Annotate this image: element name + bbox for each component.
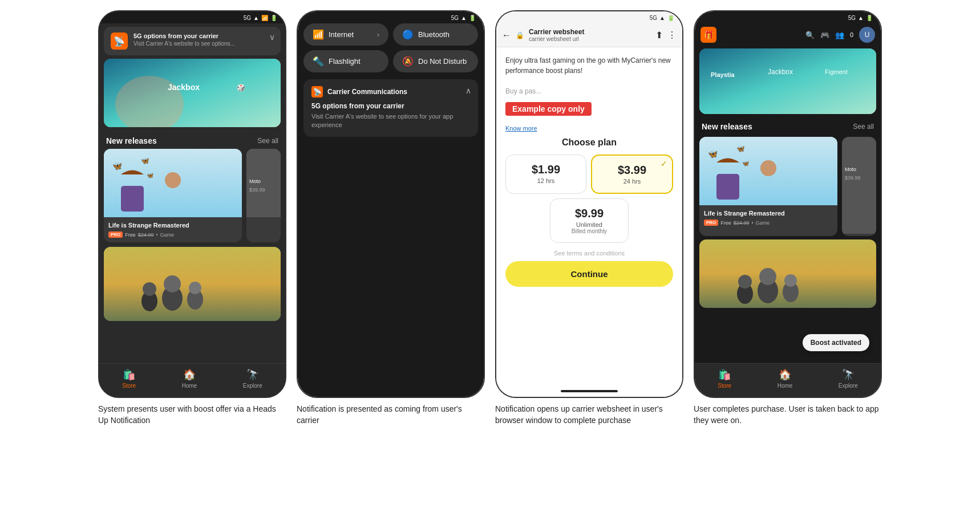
explore-icon-1: 🔭 — [246, 368, 259, 381]
caption-2: Notification is presented as coming from… — [297, 404, 485, 426]
gift-icon-4[interactable]: 🎁 — [700, 27, 716, 43]
game-title-lis-1: Life is Strange Remastered — [108, 222, 237, 229]
nav-home-1[interactable]: 🏠 Home — [182, 368, 197, 389]
game-meta-lis-4: PRO Free $24.99 • Game — [704, 220, 833, 226]
plan-row-top: $1.99 12 hrs ✓ $3.99 24 hrs — [505, 155, 673, 194]
game-card-lis-1[interactable]: 🦋 🦋 🦋 Life is Strange Remastered PRO Fre… — [104, 149, 242, 242]
home-icon-1: 🏠 — [183, 368, 196, 381]
pro-badge-lis-1: PRO — [108, 231, 123, 238]
promo-text: Enjoy ultra fast gaming on the go with M… — [505, 56, 671, 75]
status-bar-1: 5G ▲ 📶 🔋 — [99, 11, 285, 23]
heads-up-notification[interactable]: 📡 5G options from your carrier Visit Car… — [104, 27, 281, 55]
games-row-1: 🦋 🦋 🦋 Life is Strange Remastered PRO Fre… — [99, 149, 285, 242]
tile-bluetooth[interactable]: 🔵 Bluetooth — [393, 23, 478, 46]
continue-button[interactable]: Continue — [505, 261, 673, 287]
carrier-name: Carrier Communications — [327, 88, 407, 96]
carrier-chevron: ∧ — [465, 86, 471, 95]
avatar-4[interactable]: U — [859, 27, 875, 43]
browser-back-btn[interactable]: ← — [502, 30, 511, 40]
free-tag-lis-1: Free — [125, 232, 136, 238]
page-url: carrier websheet url — [529, 36, 651, 42]
plan-card-1-99[interactable]: $1.99 12 hrs — [505, 155, 586, 194]
phone4-content: 5G ▲ 🔋 🎁 🔍 🎮 👥 0 U — [695, 11, 881, 397]
svg-text:🦋: 🦋 — [742, 160, 750, 167]
phone3-content: 5G ▲ 🔋 ← 🔒 Carrier websheet carrier webs… — [496, 11, 682, 397]
main-container: 5G ▲ 📶 🔋 📡 5G options from your carrier … — [0, 0, 980, 398]
caption-4: User completes purchase. User is taken b… — [694, 404, 882, 426]
tile-internet[interactable]: 📶 Internet › — [303, 23, 388, 46]
terms-link[interactable]: See terms and conditions — [505, 250, 673, 257]
nav-home-4[interactable]: 🏠 Home — [777, 368, 793, 389]
friends-icon-4[interactable]: 👥 — [835, 31, 844, 39]
svg-rect-30 — [842, 137, 876, 234]
battery-icon-3: 🔋 — [667, 15, 674, 21]
search-icon-4[interactable]: 🔍 — [805, 31, 815, 39]
know-more-link[interactable]: Know more — [505, 125, 673, 132]
plan-card-9-99[interactable]: $9.99 Unlimited Billed monthly — [550, 198, 629, 243]
see-all-1[interactable]: See all — [257, 137, 278, 145]
svg-text:🎲: 🎲 — [237, 83, 245, 92]
price-tag-lis-4: $24.99 — [734, 220, 750, 226]
wifi-tile-icon: 📶 — [313, 29, 324, 40]
tile-dnd[interactable]: 🔕 Do Not Disturb — [393, 50, 478, 72]
game-info-lis-1: Life is Strange Remastered PRO Free $24.… — [104, 217, 242, 242]
svg-text:Jackbox: Jackbox — [168, 83, 200, 92]
phone-2: 5G ▲ 🔋 📶 Internet › 🔵 Bluetooth — [297, 10, 485, 398]
signal-5g-2: 5G — [451, 15, 459, 21]
more-icon[interactable]: ⋮ — [667, 30, 677, 40]
quick-tile-row-2: 🔦 Flashlight 🔕 Do Not Disturb — [298, 50, 484, 72]
game-img-lis-1: 🦋 🦋 🦋 — [104, 149, 242, 217]
game-info-lis-4: Life is Strange Remastered PRO Free $24.… — [699, 205, 837, 230]
topbar-left-4: 🎁 — [700, 27, 716, 43]
svg-text:Jackbox: Jackbox — [768, 68, 793, 76]
carrier-notification[interactable]: 📡 Carrier Communications ∧ 5G options fr… — [303, 79, 478, 137]
lock-icon: 🔒 — [516, 31, 524, 39]
game-card-spaceman-1[interactable] — [104, 247, 281, 321]
nav-store-4[interactable]: 🛍️ Store — [718, 368, 731, 389]
status-bar-3: 5G ▲ 🔋 — [496, 11, 682, 23]
nav-explore-4[interactable]: 🔭 Explore — [839, 368, 858, 389]
section-header-1: New releases See all — [99, 131, 285, 149]
tile-bluetooth-label: Bluetooth — [418, 30, 449, 39]
phone-3: 5G ▲ 🔋 ← 🔒 Carrier websheet carrier webs… — [495, 10, 683, 398]
status-icons-2: 5G ▲ 🔋 — [451, 15, 476, 21]
game-type-lis-1: Game — [160, 232, 175, 238]
websheet-promo: Enjoy ultra fast gaming on the go with M… — [505, 55, 673, 96]
caption-3: Notification opens up carrier websheet i… — [495, 404, 683, 426]
example-copy-area: Example copy only — [505, 102, 673, 121]
svg-point-19 — [189, 282, 201, 294]
plan-price-3: $9.99 — [556, 207, 622, 220]
bluetooth-tile-icon: 🔵 — [402, 29, 414, 40]
signal-bars-2: ▲ — [461, 15, 467, 21]
game-card-partial-1: Moto $39.99 — [246, 149, 281, 242]
partial-art-4: Moto $39.99 — [842, 137, 876, 234]
gamepad-icon-4[interactable]: 🎮 — [820, 31, 829, 39]
websheet-body: Enjoy ultra fast gaming on the go with M… — [496, 47, 682, 300]
app-topbar-4: 🎁 🔍 🎮 👥 0 U — [695, 23, 881, 46]
svg-point-5 — [165, 172, 181, 188]
status-bar-2: 5G ▲ 🔋 — [298, 11, 484, 23]
svg-point-37 — [738, 275, 752, 289]
svg-text:🦋: 🦋 — [141, 156, 149, 165]
bottom-nav-1: 🛍️ Store 🏠 Home 🔭 Explore — [99, 363, 285, 397]
page-title-browser: Carrier websheet — [529, 28, 651, 36]
see-all-4[interactable]: See all — [853, 123, 874, 131]
tile-flashlight[interactable]: 🔦 Flashlight — [303, 50, 388, 72]
phone-1: 5G ▲ 📶 🔋 📡 5G options from your carrier … — [98, 10, 286, 398]
notif-title-1: 5G options from your carrier — [133, 32, 274, 39]
game-card-lis-4[interactable]: 🦋 🦋 🦋 Life is Strange Remastered PRO Fre… — [699, 137, 837, 236]
spaceman-art-4 — [699, 239, 876, 308]
svg-text:🦋: 🦋 — [736, 144, 745, 153]
game-meta-lis-1: PRO Free $24.99 • Game — [108, 231, 237, 238]
share-icon[interactable]: ⬆ — [655, 30, 663, 40]
nav-store-1[interactable]: 🛍️ Store — [122, 368, 136, 389]
carrier-notif-icon: 📡 — [111, 32, 128, 50]
friends-count-4: 0 — [850, 31, 853, 38]
home-label-4: Home — [777, 383, 793, 389]
nav-explore-1[interactable]: 🔭 Explore — [243, 368, 262, 389]
hero-banner-4: Playstia Jackbox Figment — [699, 48, 876, 114]
spaceman-card-4[interactable] — [699, 239, 876, 308]
hero-banner-1: Jackbox 🎲 — [104, 59, 281, 127]
plan-card-3-99[interactable]: ✓ $3.99 24 hrs — [591, 155, 673, 194]
carrier-msg-title: 5G options from your carrier — [311, 102, 470, 110]
